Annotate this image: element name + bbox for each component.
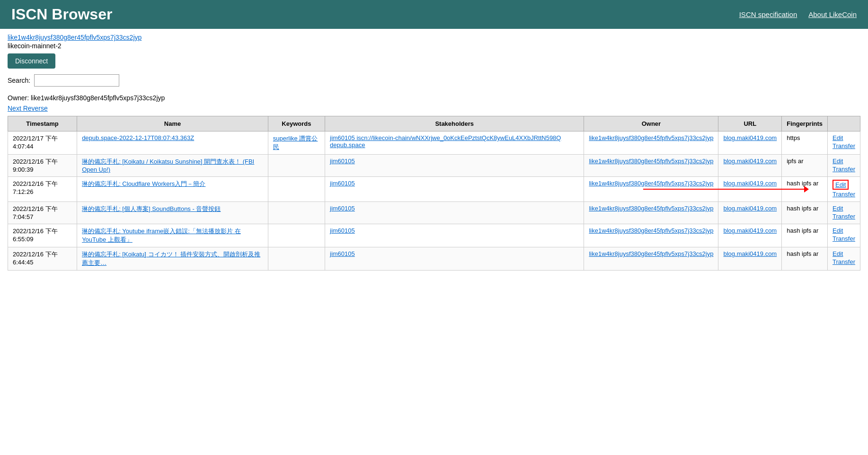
cell-fingerprints: https: [782, 131, 828, 155]
stakeholders-link[interactable]: jim60105: [330, 158, 355, 165]
edit-link[interactable]: Edit: [833, 158, 855, 165]
name-link[interactable]: depub.space-2022-12-17T08:07:43.363Z: [82, 134, 194, 141]
owner-link[interactable]: like1w4kr8juysf380g8er45fpflv5xps7j33cs2…: [589, 158, 713, 165]
edit-link[interactable]: Edit: [833, 250, 855, 257]
cell-fingerprints: hash ipfs ar: [782, 202, 828, 224]
edit-link[interactable]: Edit: [833, 134, 855, 141]
cell-owner[interactable]: like1w4kr8juysf380g8er45fpflv5xps7j33cs2…: [584, 224, 718, 247]
cell-owner[interactable]: like1w4kr8juysf380g8er45fpflv5xps7j33cs2…: [584, 202, 718, 224]
wallet-address[interactable]: like1w4kr8juysf380g8er45fpflv5xps7j33cs2…: [8, 34, 860, 41]
search-area: Search:: [0, 69, 868, 87]
topbar: like1w4kr8juysf380g8er45fpflv5xps7j33cs2…: [0, 29, 868, 69]
cell-stakeholders[interactable]: jim60105: [325, 177, 584, 202]
url-link[interactable]: blog.maki0419.com: [723, 158, 777, 165]
search-label: Search:: [8, 77, 30, 84]
about-likecoin-link[interactable]: About LikeCoin: [808, 10, 857, 18]
keywords-link[interactable]: superlike 讚賞公民: [273, 135, 318, 150]
cell-keywords: [268, 155, 325, 177]
table-row: 2022/12/16 下午6:44:45琳的備忘手札: [Koikatu] コイ…: [8, 247, 860, 271]
cell-fingerprints: hash ipfs ar: [782, 224, 828, 247]
cell-name[interactable]: 琳的備忘手札: [Koikatu] コイカツ！ 插件安裝方式、開啟剖析及推薦主要…: [77, 247, 268, 271]
table-row: 2022/12/16 下午9:00:39琳的備忘手札: [Koikatu / K…: [8, 155, 860, 177]
cell-stakeholders[interactable]: jim60105 iscn://likecoin-chain/wNXXrjwe_…: [325, 131, 584, 155]
disconnect-button[interactable]: Disconnect: [8, 53, 55, 69]
cell-actions: EditTransfer: [828, 247, 860, 271]
cell-keywords: [268, 247, 325, 271]
edit-link[interactable]: Edit: [833, 205, 855, 212]
name-link[interactable]: 琳的備忘手札: Cloudflare Workers入門－簡介: [82, 180, 205, 187]
col-fingerprints: Fingerprints: [782, 116, 828, 131]
transfer-link[interactable]: Transfer: [833, 166, 855, 173]
cell-owner[interactable]: like1w4kr8juysf380g8er45fpflv5xps7j33cs2…: [584, 247, 718, 271]
owner-link[interactable]: like1w4kr8juysf380g8er45fpflv5xps7j33cs2…: [589, 250, 713, 257]
transfer-link[interactable]: Transfer: [833, 258, 855, 265]
name-link[interactable]: 琳的備忘手札: [Koikatu] コイカツ！ 插件安裝方式、開啟剖析及推薦主要…: [82, 251, 260, 266]
stakeholders-link[interactable]: jim60105: [330, 250, 355, 257]
cell-actions: EditTransfer: [828, 224, 860, 247]
cell-url[interactable]: blog.maki0419.com: [718, 155, 782, 177]
owner-label: Owner: like1w4kr8juysf380g8er45fpflv5xps…: [8, 94, 165, 102]
cell-name[interactable]: 琳的備忘手札: Cloudflare Workers入門－簡介: [77, 177, 268, 202]
app-title: ISCN Browser: [11, 6, 112, 23]
cell-timestamp: 2022/12/16 下午6:55:09: [8, 224, 77, 247]
stakeholders-link[interactable]: jim60105: [330, 180, 355, 187]
cell-keywords: [268, 177, 325, 202]
url-link[interactable]: blog.maki0419.com: [723, 250, 777, 257]
cell-name[interactable]: 琳的備忘手札: Youtube iframe嵌入錯誤:「無法播放影片 在 You…: [77, 224, 268, 247]
col-name: Name: [77, 116, 268, 131]
name-link[interactable]: 琳的備忘手札: Youtube iframe嵌入錯誤:「無法播放影片 在 You…: [82, 228, 240, 243]
cell-name[interactable]: 琳的備忘手札: [Koikatu / Koikatsu Sunshine] 開門…: [77, 155, 268, 177]
col-actions: [828, 116, 860, 131]
table-row: 2022/12/16 下午7:12:26琳的備忘手札: Cloudflare W…: [8, 177, 860, 202]
next-reverse-link[interactable]: Next Reverse: [8, 105, 48, 112]
next-reverse-area: Next Reverse: [0, 104, 868, 116]
stakeholders-link[interactable]: jim60105: [330, 205, 355, 212]
transfer-link[interactable]: Transfer: [833, 142, 855, 149]
edit-link[interactable]: Edit: [833, 180, 849, 190]
cell-url[interactable]: blog.maki0419.com: [718, 202, 782, 224]
cell-owner[interactable]: like1w4kr8juysf380g8er45fpflv5xps7j33cs2…: [584, 131, 718, 155]
cell-stakeholders[interactable]: jim60105: [325, 224, 584, 247]
owner-link[interactable]: like1w4kr8juysf380g8er45fpflv5xps7j33cs2…: [589, 205, 713, 212]
col-url: URL: [718, 116, 782, 131]
edit-link[interactable]: Edit: [833, 227, 855, 234]
cell-keywords: [268, 202, 325, 224]
cell-actions: EditTransfer: [828, 202, 860, 224]
transfer-link[interactable]: Transfer: [833, 213, 855, 220]
url-link[interactable]: blog.maki0419.com: [723, 205, 777, 212]
owner-link[interactable]: like1w4kr8juysf380g8er45fpflv5xps7j33cs2…: [589, 134, 713, 141]
cell-url[interactable]: blog.maki0419.com: [718, 224, 782, 247]
cell-keywords: superlike 讚賞公民: [268, 131, 325, 155]
owner-link[interactable]: like1w4kr8juysf380g8er45fpflv5xps7j33cs2…: [589, 227, 713, 234]
cell-stakeholders[interactable]: jim60105: [325, 202, 584, 224]
cell-actions: EditTransfer: [828, 177, 860, 202]
url-link[interactable]: blog.maki0419.com: [723, 227, 777, 234]
cell-stakeholders[interactable]: jim60105: [325, 247, 584, 271]
iscn-spec-link[interactable]: ISCN specification: [739, 10, 797, 18]
cell-owner[interactable]: like1w4kr8juysf380g8er45fpflv5xps7j33cs2…: [584, 155, 718, 177]
url-link[interactable]: blog.maki0419.com: [723, 134, 777, 141]
cell-name[interactable]: 琳的備忘手札: [個人專案] SoundButtons - 音聲按鈕: [77, 202, 268, 224]
search-input[interactable]: [34, 74, 119, 87]
col-timestamp: Timestamp: [8, 116, 77, 131]
cell-url[interactable]: blog.maki0419.com: [718, 131, 782, 155]
cell-timestamp: 2022/12/16 下午9:00:39: [8, 155, 77, 177]
col-keywords: Keywords: [268, 116, 325, 131]
cell-stakeholders[interactable]: jim60105: [325, 155, 584, 177]
cell-url[interactable]: blog.maki0419.com: [718, 247, 782, 271]
stakeholders-link[interactable]: jim60105 iscn://likecoin-chain/wNXXrjwe_…: [330, 134, 561, 149]
cell-keywords: [268, 224, 325, 247]
col-stakeholders: Stakeholders: [325, 116, 584, 131]
transfer-link[interactable]: Transfer: [833, 235, 855, 242]
transfer-link[interactable]: Transfer: [833, 191, 855, 198]
table-row: 2022/12/17 下午4:07:44depub.space-2022-12-…: [8, 131, 860, 155]
stakeholders-link[interactable]: jim60105: [330, 227, 355, 234]
name-link[interactable]: 琳的備忘手札: [Koikatu / Koikatsu Sunshine] 開門…: [82, 158, 254, 173]
name-link[interactable]: 琳的備忘手札: [個人專案] SoundButtons - 音聲按鈕: [82, 205, 221, 212]
col-owner: Owner: [584, 116, 718, 131]
cell-name[interactable]: depub.space-2022-12-17T08:07:43.363Z: [77, 131, 268, 155]
table-header-row: Timestamp Name Keywords Stakeholders Own…: [8, 116, 860, 131]
cell-timestamp: 2022/12/16 下午7:12:26: [8, 177, 77, 202]
cell-actions: EditTransfer: [828, 155, 860, 177]
table-wrapper: Timestamp Name Keywords Stakeholders Own…: [0, 116, 868, 271]
